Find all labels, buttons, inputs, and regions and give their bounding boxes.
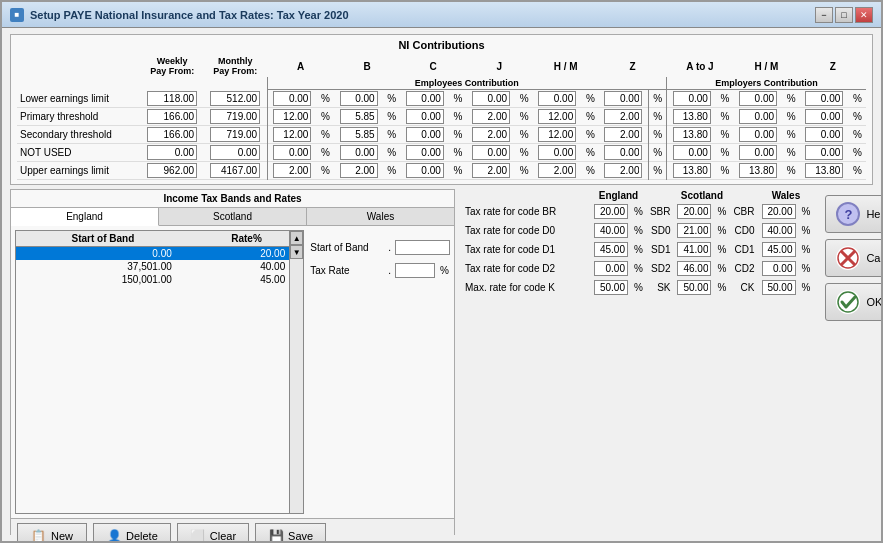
ok-icon-circle — [836, 290, 860, 314]
col-ea-cell — [667, 162, 717, 180]
col-j-header: J — [466, 55, 532, 77]
title-bar: ■ Setup PAYE National Insurance and Tax … — [2, 2, 881, 28]
scotland-pct: % — [714, 240, 729, 259]
band-rate: 40.00 — [190, 260, 303, 273]
cancel-label: Cancel — [866, 252, 881, 264]
cancel-icon — [837, 247, 859, 269]
england-pct: % — [631, 259, 646, 278]
minimize-button[interactable]: − — [815, 7, 833, 23]
col-b-cell — [334, 144, 383, 162]
rates-row: Tax rate for code D0 % SD0 % CD0 % — [461, 221, 813, 240]
scotland-rate-val — [674, 259, 714, 278]
clear-label: Clear — [210, 530, 236, 541]
england-rate-val — [591, 278, 631, 297]
col-b-cell — [334, 126, 383, 144]
tax-rate-row: Tax Rate . % — [310, 263, 450, 278]
clear-icon: ⬜ — [190, 528, 206, 541]
col-j-cell — [466, 108, 515, 126]
tab-england[interactable]: England — [11, 208, 159, 226]
monthly-cell — [204, 126, 268, 144]
band-row[interactable]: 150,001.00 45.00 — [16, 273, 303, 286]
delete-button[interactable]: 👤 Delete — [93, 523, 171, 541]
employees-contrib-span: Employees Contribution — [267, 77, 666, 90]
new-label: New — [51, 530, 73, 541]
col-atoj-header: A to J — [667, 55, 734, 77]
col-b-cell — [334, 162, 383, 180]
wales-code: CD0 — [729, 221, 758, 240]
wales-pct: % — [799, 278, 814, 297]
tab-scotland[interactable]: Scotland — [159, 208, 307, 225]
scotland-code: SK — [646, 278, 675, 297]
col-hm-cell — [533, 90, 582, 108]
clear-button[interactable]: ⬜ Clear — [177, 523, 249, 541]
scroll-down[interactable]: ▼ — [290, 245, 303, 259]
weekly-cell — [141, 90, 204, 108]
close-button[interactable]: ✕ — [855, 7, 873, 23]
save-button[interactable]: 💾 Save — [255, 523, 326, 541]
row-label-header — [17, 55, 141, 77]
help-button[interactable]: ? Help — [825, 195, 881, 233]
ni-row-label: Lower earnings limit — [17, 90, 141, 108]
scroll-up[interactable]: ▲ — [290, 231, 303, 245]
band-row[interactable]: 0.00 20.00 — [16, 247, 303, 261]
delete-label: Delete — [126, 530, 158, 541]
help-label: Help — [866, 208, 881, 220]
tax-rate-input[interactable] — [395, 263, 435, 278]
col-a-header: A — [267, 55, 334, 77]
col-ez-cell — [800, 126, 849, 144]
monthly-cell — [204, 108, 268, 126]
monthly-cell — [204, 144, 268, 162]
scotland-pct: % — [714, 259, 729, 278]
col-c-cell — [400, 144, 449, 162]
income-tax-bands: Income Tax Bands and Rates England Scotl… — [10, 189, 455, 535]
start-of-band-input[interactable] — [395, 240, 450, 255]
ok-button[interactable]: OK — [825, 283, 881, 321]
scotland-pct: % — [714, 202, 729, 221]
col-a-cell — [267, 144, 317, 162]
title-buttons: − □ ✕ — [815, 7, 873, 23]
scotland-code: SD2 — [646, 259, 675, 278]
ni-row: Primary threshold % % % % % % % % % — [17, 108, 866, 126]
maximize-button[interactable]: □ — [835, 7, 853, 23]
main-content: NI Contributions WeeklyPay From: Monthly… — [2, 28, 881, 541]
band-rate: 20.00 — [190, 247, 303, 261]
delete-icon: 👤 — [106, 528, 122, 541]
ni-row-label: Upper earnings limit — [17, 162, 141, 180]
weekly-header: WeeklyPay From: — [141, 55, 204, 77]
start-of-band-row: Start of Band . — [310, 240, 450, 255]
wales-rate-val — [759, 221, 799, 240]
col-hm-header: H / M — [533, 55, 599, 77]
wales-code: CBR — [729, 202, 758, 221]
tab-wales[interactable]: Wales — [307, 208, 454, 225]
ni-row: NOT USED % % % % % % % % % — [17, 144, 866, 162]
rates-row: Tax rate for code D1 % SD1 % CD1 % — [461, 240, 813, 259]
col-z-cell — [599, 162, 649, 180]
scotland-code: SD1 — [646, 240, 675, 259]
wales-rate-val — [759, 259, 799, 278]
scotland-code: SD0 — [646, 221, 675, 240]
col-ez-cell — [800, 162, 849, 180]
england-rates-header: England — [591, 189, 646, 202]
new-button[interactable]: 📋 New — [17, 523, 87, 541]
band-row[interactable]: 37,501.00 40.00 — [16, 260, 303, 273]
right-side-buttons: ? Help Cancel — [819, 189, 881, 535]
monthly-header: MonthlyPay From: — [204, 55, 268, 77]
col-a-cell — [267, 108, 317, 126]
tax-rates-table-container: England Scotland Wales Tax rate for code… — [461, 189, 813, 535]
cancel-button[interactable]: Cancel — [825, 239, 881, 277]
england-pct: % — [631, 240, 646, 259]
england-rate-val — [591, 202, 631, 221]
start-of-band-col-header: Start of Band — [16, 231, 190, 247]
region-tabs: England Scotland Wales — [11, 208, 454, 226]
col-ea-cell — [667, 126, 717, 144]
band-start: 0.00 — [16, 247, 190, 261]
band-scrollbar[interactable]: ▲ ▼ — [289, 231, 303, 513]
weekly-cell — [141, 108, 204, 126]
employers-contrib-span: Employers Contribution — [667, 77, 866, 90]
rates-row: Max. rate for code K % SK % CK % — [461, 278, 813, 297]
ni-table: WeeklyPay From: MonthlyPay From: A B C J… — [17, 55, 866, 180]
col-ea-cell — [667, 108, 717, 126]
col-ehm-cell — [733, 90, 782, 108]
col-hm-cell — [533, 144, 582, 162]
col-z-cell — [599, 126, 649, 144]
